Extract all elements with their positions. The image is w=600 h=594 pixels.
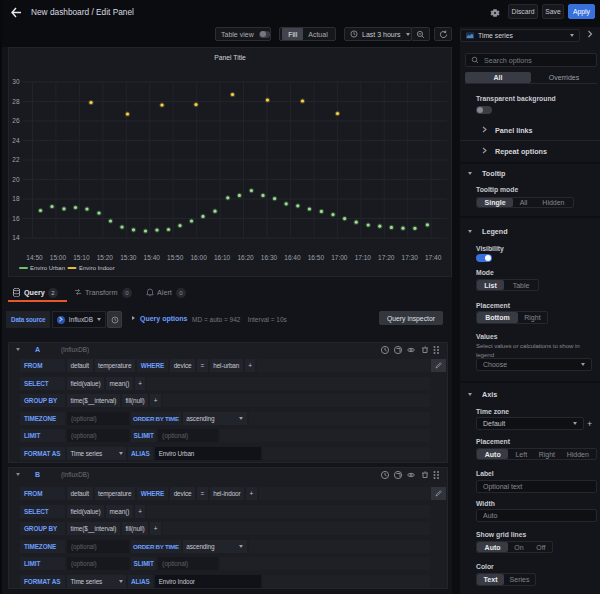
svg-text:17:30: 17:30	[402, 254, 419, 261]
svg-text:15:20: 15:20	[97, 254, 114, 261]
svg-text:15:10: 15:10	[73, 254, 90, 261]
svg-text:14:50: 14:50	[26, 254, 43, 261]
svg-text:26: 26	[12, 117, 20, 124]
svg-text:Enviro Indoor: Enviro Indoor	[79, 265, 115, 271]
svg-text:16:10: 16:10	[214, 254, 231, 261]
svg-text:24: 24	[12, 137, 20, 144]
svg-text:16:00: 16:00	[191, 254, 208, 261]
svg-text:28: 28	[12, 98, 20, 105]
svg-text:17:00: 17:00	[331, 254, 348, 261]
svg-text:17:10: 17:10	[355, 254, 372, 261]
svg-text:15:50: 15:50	[167, 254, 184, 261]
svg-text:16:20: 16:20	[237, 254, 254, 261]
svg-text:22: 22	[12, 156, 20, 163]
svg-text:14: 14	[12, 234, 20, 241]
svg-text:16:50: 16:50	[308, 254, 325, 261]
svg-text:30: 30	[12, 78, 20, 85]
svg-text:18: 18	[12, 195, 20, 202]
svg-text:16:40: 16:40	[284, 254, 301, 261]
svg-text:15:40: 15:40	[144, 254, 161, 261]
svg-text:16:30: 16:30	[261, 254, 278, 261]
svg-text:15:00: 15:00	[50, 254, 67, 261]
svg-text:17:20: 17:20	[378, 254, 395, 261]
svg-text:Enviro Urban: Enviro Urban	[30, 265, 65, 271]
svg-text:20: 20	[12, 176, 20, 183]
svg-text:15:30: 15:30	[120, 254, 137, 261]
svg-text:16: 16	[12, 215, 20, 222]
svg-text:17:40: 17:40	[425, 254, 442, 261]
